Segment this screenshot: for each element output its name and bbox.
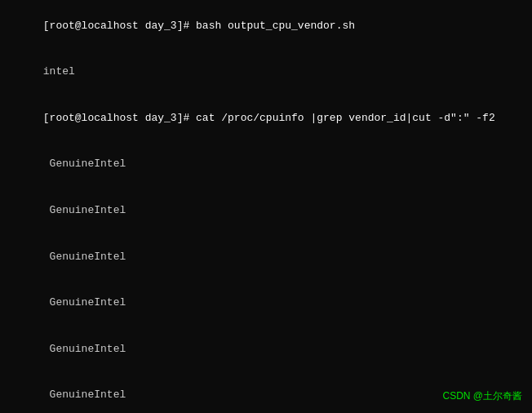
genuine-intel-4: GenuineIntel xyxy=(43,296,126,309)
genuine-intel-5: GenuineIntel xyxy=(43,343,126,355)
prompt-2: [root@localhost day_3]# cat /proc/cpuinf… xyxy=(43,112,495,124)
line-8: GenuineIntel xyxy=(5,326,527,373)
line-2: intel xyxy=(5,50,527,96)
line-6: GenuineIntel xyxy=(5,234,527,281)
genuine-intel-6: GenuineIntel xyxy=(43,389,126,401)
line-5: GenuineIntel xyxy=(5,188,527,234)
line-4: GenuineIntel xyxy=(5,142,527,189)
output-intel-1: intel xyxy=(43,65,75,78)
genuine-intel-3: GenuineIntel xyxy=(43,251,126,263)
terminal-content: [root@localhost day_3]# bash output_cpu_… xyxy=(5,3,527,413)
genuine-intel-1: GenuineIntel xyxy=(43,158,126,170)
prompt-1: [root@localhost day_3]# bash output_cpu_… xyxy=(43,20,355,32)
line-3: [root@localhost day_3]# cat /proc/cpuinf… xyxy=(5,95,527,142)
line-7: GenuineIntel xyxy=(5,280,527,326)
genuine-intel-2: GenuineIntel xyxy=(43,204,126,216)
line-1: [root@localhost day_3]# bash output_cpu_… xyxy=(5,3,527,50)
watermark: CSDN @土尔奇酱 xyxy=(442,389,522,403)
terminal-window: [root@localhost day_3]# bash output_cpu_… xyxy=(0,0,532,413)
